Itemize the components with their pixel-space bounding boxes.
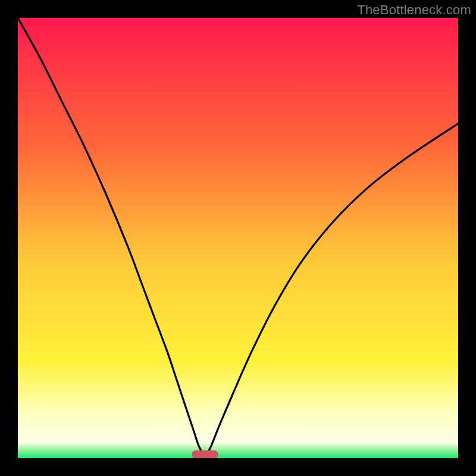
curve-layer [18, 18, 458, 458]
chart-frame: TheBottleneck.com [0, 0, 476, 476]
bottleneck-curve [18, 18, 458, 458]
min-marker [192, 450, 218, 458]
plot-area [18, 18, 458, 458]
watermark-text: TheBottleneck.com [357, 2, 471, 18]
